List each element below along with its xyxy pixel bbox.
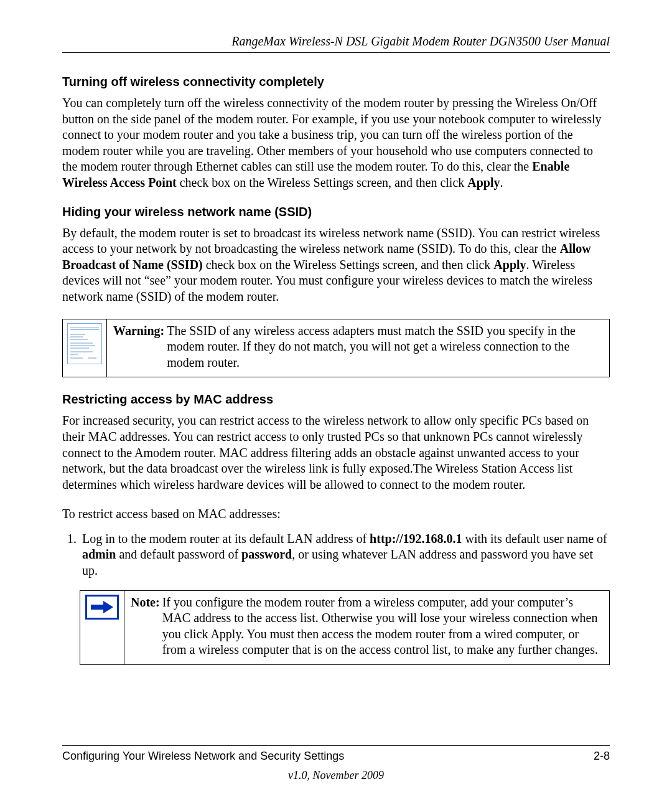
bold-password: password [241,547,292,561]
footer-line: Configuring Your Wireless Network and Se… [62,745,610,763]
section-lead-mac-restrict: To restrict access based on MAC addresse… [62,506,610,522]
footer-page-number: 2-8 [594,750,610,763]
section-body-hide-ssid: By default, the modem router is set to b… [62,225,610,305]
ordered-steps: Log in to the modem router at its defaul… [62,531,610,579]
text-fragment: check box on the Wireless Settings scree… [177,176,468,189]
footer-version: v1.0, November 2009 [62,769,610,782]
warning-body: Warning: The SSID of any wireless access… [107,319,609,377]
note-text: If you configure the modem router from a… [162,595,603,658]
text-fragment: and default password of [116,547,241,561]
warning-text: The SSID of any wireless access adapters… [167,323,603,371]
text-fragment: By default, the modem router is set to b… [62,226,600,256]
section-body-turn-off-wireless: You can completely turn off the wireless… [62,95,610,191]
step-1: Log in to the modem router at its defaul… [80,531,610,579]
bold-admin: admin [82,547,116,561]
section-heading-hide-ssid: Hiding your wireless network name (SSID) [62,205,610,219]
bold-lan-url: http://192.168.0.1 [370,532,462,545]
text-fragment: You can completely turn off the wireless… [62,96,601,173]
note-body: Note: If you configure the modem router … [124,591,609,664]
bold-apply: Apply [493,258,526,271]
note-label: Note: [131,595,160,658]
settings-screenshot-icon [67,323,102,364]
warning-callout: Warning: The SSID of any wireless access… [62,319,610,378]
warning-label: Warning: [113,323,164,371]
section-body-mac-restrict: For increased security, you can restrict… [62,413,610,493]
text-fragment: . [500,176,503,189]
text-fragment: with its default user name of [462,532,607,545]
footer-section-title: Configuring Your Wireless Network and Se… [62,750,344,763]
text-fragment: Log in to the modem router at its defaul… [82,532,370,545]
text-fragment: check box on the Wireless Settings scree… [203,258,494,271]
bold-apply: Apply [467,176,500,189]
document-page: RangeMax Wireless-N DSL Gigabit Modem Ro… [0,0,672,807]
arrow-right-icon [85,595,119,620]
note-icon-cell [80,591,124,664]
page-header: RangeMax Wireless-N DSL Gigabit Modem Ro… [62,34,610,53]
page-footer: Configuring Your Wireless Network and Se… [62,745,610,782]
note-callout: Note: If you configure the modem router … [80,590,610,665]
manual-title: RangeMax Wireless-N DSL Gigabit Modem Ro… [231,34,610,48]
section-heading-mac-restrict: Restricting access by MAC address [62,392,610,407]
section-heading-turn-off-wireless: Turning off wireless connectivity comple… [62,75,610,89]
warning-icon-cell [63,319,107,377]
